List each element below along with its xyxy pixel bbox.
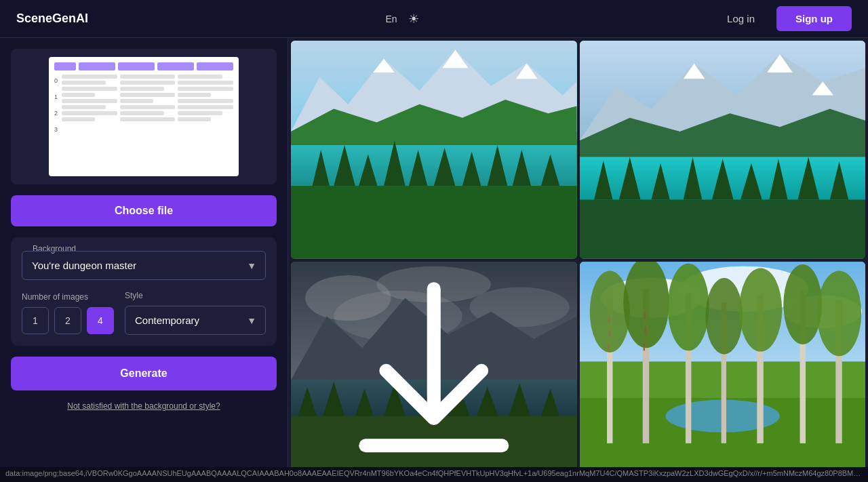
doc-line — [178, 93, 211, 97]
download-overlay[interactable] — [291, 262, 577, 480]
doc-tab-4 — [157, 62, 194, 71]
doc-line — [178, 117, 211, 121]
svg-point-76 — [738, 268, 781, 351]
doc-line — [178, 111, 222, 115]
doc-line — [120, 111, 164, 115]
doc-line — [62, 117, 95, 121]
svg-rect-68 — [644, 311, 645, 319]
doc-header-row — [54, 62, 233, 71]
doc-content-area: 0 1 2 3 — [54, 75, 233, 133]
svg-point-74 — [705, 278, 743, 355]
doc-line — [62, 105, 106, 109]
svg-rect-69 — [644, 327, 646, 334]
svg-marker-7 — [291, 186, 577, 258]
app-logo: SceneGenAI — [16, 12, 88, 26]
doc-line — [62, 75, 117, 79]
doc-line — [62, 93, 95, 97]
svg-point-78 — [783, 264, 822, 344]
image-grid — [288, 38, 868, 482]
doc-col-2 — [120, 75, 176, 133]
doc-line — [178, 105, 233, 109]
login-button[interactable]: Log in — [716, 7, 766, 30]
doc-line-numbers: 0 1 2 3 — [54, 75, 58, 133]
doc-line — [62, 111, 117, 115]
style-group: Style Contemporary Realistic Cartoon Wat… — [125, 291, 266, 335]
doc-line — [120, 81, 176, 85]
svg-point-80 — [816, 270, 861, 356]
status-text: data:image/png;base64,iVBORw0KGgoAAAANSU… — [5, 469, 868, 477]
num-images-4-button[interactable]: 4 — [87, 307, 114, 334]
doc-tab-1 — [54, 62, 76, 71]
doc-line — [178, 75, 222, 79]
num-images-1-button[interactable]: 1 — [22, 307, 49, 334]
image-cell-3[interactable] — [291, 262, 577, 480]
num-images-buttons: 1 2 4 — [22, 307, 114, 334]
line-num-1: 1 — [54, 94, 58, 100]
main-content: 0 1 2 3 — [0, 38, 868, 482]
choose-file-button[interactable]: Choose file — [11, 195, 277, 226]
svg-rect-6 — [291, 145, 577, 186]
image-1-svg — [291, 41, 577, 259]
status-bar: data:image/png;base64,iVBORw0KGgoAAAANSU… — [0, 467, 868, 482]
doc-line — [120, 75, 176, 79]
doc-line — [178, 99, 233, 103]
header-right: Log in Sign up — [716, 6, 852, 31]
image-4-svg — [580, 262, 866, 480]
svg-marker-25 — [580, 199, 866, 258]
doc-line — [120, 105, 176, 109]
document-preview: 0 1 2 3 — [11, 49, 277, 184]
line-num-2: 2 — [54, 110, 58, 117]
image-2-svg — [580, 41, 866, 259]
num-images-label: Number of images — [22, 292, 114, 302]
doc-line — [178, 87, 233, 91]
left-panel: 0 1 2 3 — [0, 38, 288, 482]
image-cell-2[interactable] — [580, 41, 866, 259]
doc-line — [120, 99, 153, 103]
header: SceneGenAI En ☀ Log in Sign up — [0, 0, 868, 38]
num-images-2-button[interactable]: 2 — [54, 307, 81, 334]
language-selector[interactable]: En — [386, 14, 397, 24]
svg-point-62 — [589, 270, 629, 353]
download-icon — [291, 262, 577, 480]
style-select-wrapper: Contemporary Realistic Cartoon Watercolo… — [125, 306, 266, 335]
background-field: Background You're dungeon master Fantasy… — [22, 251, 266, 280]
style-label: Style — [125, 291, 266, 300]
svg-rect-63 — [608, 316, 610, 323]
doc-line — [120, 87, 164, 91]
doc-line — [120, 117, 176, 121]
background-select-wrapper: You're dungeon master Fantasy tavern Spa… — [22, 251, 266, 280]
doc-line — [62, 87, 117, 91]
doc-line — [178, 81, 233, 85]
doc-col-3 — [178, 75, 233, 133]
options-row: Number of images 1 2 4 Style Contemporar… — [22, 291, 266, 335]
doc-tab-3 — [118, 62, 155, 71]
num-images-group: Number of images 1 2 4 — [22, 292, 114, 334]
image-cell-1[interactable] — [291, 41, 577, 259]
style-select[interactable]: Contemporary Realistic Cartoon Watercolo… — [125, 306, 266, 335]
background-select[interactable]: You're dungeon master Fantasy tavern Spa… — [22, 251, 266, 280]
svg-rect-64 — [609, 329, 610, 337]
svg-rect-65 — [608, 343, 609, 350]
document-inner: 0 1 2 3 — [49, 57, 239, 176]
generate-button[interactable]: Generate — [11, 357, 277, 390]
doc-line — [120, 93, 176, 97]
image-cell-4[interactable] — [580, 262, 866, 480]
svg-point-72 — [667, 263, 709, 350]
signup-button[interactable]: Sign up — [776, 6, 852, 31]
header-center: En ☀ — [386, 12, 419, 26]
theme-toggle-icon[interactable]: ☀ — [408, 12, 419, 26]
doc-line — [62, 99, 117, 103]
line-num-3: 3 — [54, 126, 58, 133]
svg-rect-70 — [643, 343, 644, 350]
doc-line — [62, 81, 106, 85]
doc-col-1 — [62, 75, 117, 133]
settings-panel: Background You're dungeon master Fantasy… — [11, 237, 277, 346]
doc-columns — [62, 75, 233, 133]
doc-tab-2 — [79, 62, 115, 71]
doc-tab-5 — [197, 62, 233, 71]
line-num-0: 0 — [54, 77, 58, 84]
not-satisfied-link[interactable]: Not satisfied with the background or sty… — [67, 401, 220, 411]
